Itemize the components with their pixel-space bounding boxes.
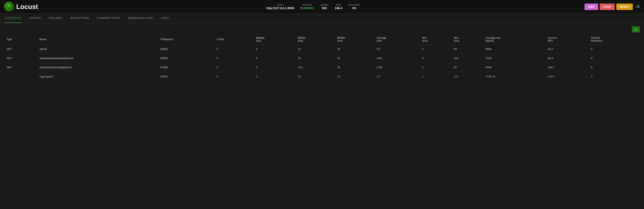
cell-max: 101 (451, 54, 483, 63)
cell-current-failures: 0 (588, 54, 640, 63)
bar1 (634, 29, 635, 31)
host-stat: HOST http://127.0.0.1:8000 (266, 3, 294, 10)
cell-type: GET (4, 63, 37, 72)
cell-fails: 0 (214, 63, 254, 72)
table-row: GET /store/ 15932 0 4 11 32 5.2 2 94 856… (4, 45, 640, 54)
tab-statistics[interactable]: STATISTICS (4, 14, 22, 23)
cell-avg-size: 8564 (483, 45, 545, 54)
cell-name: /store/product/smartphone/ (37, 63, 158, 72)
agg-current-failures: 0 (588, 72, 640, 81)
header-buttons: EDIT STOP RESET ⚙ (584, 4, 640, 10)
cell-average: 5.2 (374, 45, 420, 54)
cell-type: GET (4, 54, 37, 63)
table-body: GET /store/ 15932 0 4 11 32 5.2 2 94 856… (4, 45, 640, 81)
cell-fails: 0 (214, 45, 254, 54)
cell-p95: 11 (296, 45, 335, 54)
agg-p95: 10 (296, 72, 335, 81)
cell-min: 1 (420, 63, 451, 72)
col-p95: 95%ile(ms) (296, 34, 335, 45)
bar2 (636, 28, 636, 31)
agg-type (4, 72, 37, 81)
agg-min: 1 (420, 72, 451, 81)
agg-median: 3 (254, 72, 296, 81)
rps-value: 249.4 (335, 6, 342, 10)
agg-requests: 95084 (158, 72, 214, 81)
cell-p99: 31 (335, 63, 374, 72)
columns-bars-icon (634, 28, 638, 31)
cell-requests: 15932 (158, 45, 214, 54)
cell-current-rps: 124.7 (545, 63, 588, 72)
cell-max: 97 (451, 63, 483, 72)
settings-icon[interactable]: ⚙ (636, 4, 640, 9)
table-row: GET /store/product/smartphone/ 47456 0 3… (4, 63, 640, 72)
rps-stat: RPS 249.4 (335, 3, 342, 10)
table-row: GET /store/checkout/smartphone/ 31696 0 … (4, 54, 640, 63)
cell-median: 3 (254, 63, 296, 72)
app-title: Locust (16, 3, 38, 11)
reset-button[interactable]: RESET (616, 4, 633, 10)
failures-label: FAILURES (348, 3, 360, 6)
logo-icon (4, 2, 14, 12)
stop-button[interactable]: STOP (600, 4, 614, 10)
cell-current-rps: 82.5 (545, 54, 588, 63)
status-stat: STATUS RUNNING (300, 3, 314, 10)
cell-avg-size: 6784 (483, 63, 545, 72)
cell-name: /store/ (37, 45, 158, 54)
header-row: Type Name # Requests # Fails Median(ms) … (4, 34, 640, 45)
edit-button[interactable]: EDIT (584, 4, 598, 10)
tab-current-ratio[interactable]: CURRENT RATIO (96, 14, 121, 23)
agg-name: Aggregated (37, 72, 158, 81)
cell-fails: 0 (214, 54, 254, 63)
agg-average: 4.7 (374, 72, 420, 81)
agg-avg-size: 7229.26 (483, 72, 545, 81)
tab-exceptions[interactable]: EXCEPTIONS (70, 14, 90, 23)
cell-median: 4 (254, 45, 296, 54)
cell-p99: 32 (335, 45, 374, 54)
col-type: Type (4, 34, 37, 45)
host-label: HOST (277, 3, 284, 6)
columns-toggle-button[interactable] (632, 27, 640, 32)
cell-current-failures: 0 (588, 63, 640, 72)
cell-avg-size: 7225 (483, 54, 545, 63)
col-median: Median(ms) (254, 34, 296, 45)
cell-type: GET (4, 45, 37, 54)
agg-fails: 0 (214, 72, 254, 81)
cell-requests: 31696 (158, 54, 214, 63)
col-avg-size: Average size(bytes) (483, 34, 545, 45)
nav-tabs: STATISTICS CHARTS FAILURES EXCEPTIONS CU… (0, 14, 644, 23)
rps-label: RPS (336, 3, 341, 6)
col-fails: # Fails (214, 34, 254, 45)
header-info: HOST http://127.0.0.1:8000 STATUS RUNNIN… (46, 3, 580, 10)
agg-current-rps: 249.4 (545, 72, 588, 81)
cell-current-rps: 42.2 (545, 45, 588, 54)
tab-charts[interactable]: CHARTS (28, 14, 42, 23)
cell-current-failures: 0 (588, 45, 640, 54)
tab-logs[interactable]: LOGS (160, 14, 170, 23)
main-content: Type Name # Requests # Fails Median(ms) … (0, 23, 644, 85)
failures-value: 0% (352, 6, 356, 10)
cell-average: 4.58 (374, 63, 420, 72)
cell-average: 4.63 (374, 54, 420, 63)
users-value: 500 (322, 6, 327, 10)
users-label: USERS (320, 3, 328, 6)
table-header: Type Name # Requests # Fails Median(ms) … (4, 34, 640, 45)
cell-min: 2 (420, 45, 451, 54)
col-min: Min(ms) (420, 34, 451, 45)
tab-failures[interactable]: FAILURES (48, 14, 64, 23)
cell-name: /store/checkout/smartphone/ (37, 54, 158, 63)
host-value: http://127.0.0.1:8000 (266, 6, 294, 10)
cell-p99: 31 (335, 54, 374, 63)
col-current-rps: CurrentRPS (545, 34, 588, 45)
col-name: Name (37, 34, 158, 45)
cell-min: 2 (420, 54, 451, 63)
bar3 (637, 29, 638, 31)
header: Locust HOST http://127.0.0.1:8000 STATUS… (0, 0, 644, 14)
col-average: Average(ms) (374, 34, 420, 45)
cell-p95: 10 (296, 54, 335, 63)
stats-table: Type Name # Requests # Fails Median(ms) … (4, 34, 640, 81)
tab-download-data[interactable]: DOWNLOAD DATA (127, 14, 154, 23)
logo-area: Locust (4, 2, 38, 12)
toolbar-row (4, 27, 640, 32)
svg-point-2 (8, 5, 9, 6)
cell-requests: 47456 (158, 63, 214, 72)
